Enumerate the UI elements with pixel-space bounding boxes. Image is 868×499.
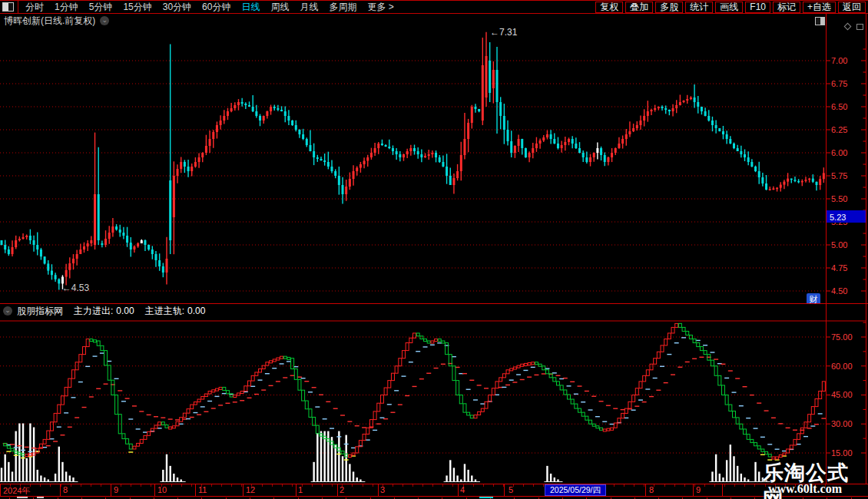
toolbar-button[interactable]: 标记	[773, 2, 800, 13]
axis-separator	[378, 484, 379, 496]
maximize-icon[interactable]	[856, 24, 863, 30]
svg-text:5.00: 5.00	[831, 240, 847, 250]
minor-tick	[141, 484, 141, 487]
period-item[interactable]: 5分钟	[89, 1, 113, 14]
toolbar-button[interactable]: 画线	[715, 2, 743, 13]
panel-split-icon[interactable]	[815, 17, 825, 25]
indicator-gridlines	[0, 337, 826, 453]
indicator-field-2: 主进主轨:0.00	[145, 305, 206, 318]
axis-separator	[243, 484, 244, 496]
minor-tick	[373, 484, 373, 487]
minor-tick	[704, 484, 705, 487]
period-item[interactable]: 60分钟	[202, 1, 230, 14]
minor-tick	[393, 484, 393, 487]
finance-badge: 财	[807, 293, 820, 304]
axis-separator	[693, 484, 694, 496]
chart-title: 博晖创新(日线.前复权)	[4, 15, 95, 28]
period-item[interactable]: 30分钟	[163, 1, 191, 14]
volume-histogram	[0, 423, 771, 481]
toolbar-button[interactable]: 统计	[685, 2, 713, 13]
minor-tick	[332, 484, 333, 487]
axis-separator	[645, 484, 646, 496]
cutoff-text-fragment	[479, 497, 493, 498]
minor-tick	[442, 484, 443, 487]
minor-tick	[231, 484, 232, 487]
date-label: 5	[509, 485, 513, 494]
date-label: 1	[298, 485, 303, 494]
axis-separator	[111, 484, 111, 496]
candlestick-chart[interactable]: 7.006.756.506.256.005.755.505.255.004.75…	[0, 14, 868, 304]
toolbar-button[interactable]: 复权	[595, 2, 623, 13]
minor-tick	[412, 484, 413, 487]
period-item[interactable]: 分时	[25, 1, 44, 14]
svg-text:75.00: 75.00	[831, 332, 853, 342]
date-axis[interactable]: 2024年8910111212345892025/05/29/四	[0, 484, 868, 497]
main-step-line	[4, 323, 826, 459]
toolbar-button[interactable]: 多股	[655, 2, 683, 13]
window-layout-button[interactable]	[0, 1, 18, 13]
minor-tick	[191, 484, 192, 487]
top-toolbar: 分时1分钟5分钟15分钟30分钟60分钟日线周线月线多周期更多 > 复权叠加多股…	[0, 0, 868, 14]
minor-tick	[292, 484, 293, 487]
period-item[interactable]: 15分钟	[123, 1, 151, 14]
period-item[interactable]: 多周期	[329, 1, 356, 14]
minor-tick	[272, 484, 273, 487]
date-label: 9	[696, 485, 701, 494]
minor-tick	[422, 484, 423, 487]
minor-tick	[734, 484, 735, 487]
toolbar-buttons: 复权叠加多股统计画线F10标记+自选返回	[595, 2, 868, 13]
minor-tick	[724, 484, 725, 487]
main-chart-header: 博晖创新(日线.前复权) ⌄	[0, 15, 109, 26]
field-value: 0.00	[116, 306, 134, 316]
date-label: 2	[340, 485, 344, 494]
minor-tick	[493, 484, 494, 487]
toolbar-button[interactable]: 叠加	[625, 2, 653, 13]
period-item[interactable]: 日线	[241, 1, 260, 14]
date-label: 8	[63, 485, 68, 494]
date-label: 11	[198, 485, 207, 494]
period-item[interactable]: 更多 >	[367, 1, 393, 14]
svg-text:7.00: 7.00	[831, 56, 847, 65]
minor-tick	[533, 484, 534, 487]
date-label: 2024年	[3, 485, 30, 497]
svg-text:←4.53: ←4.53	[62, 283, 90, 293]
toolbar-button[interactable]: F10	[745, 2, 770, 13]
minor-tick	[674, 484, 675, 487]
indicator-field-1: 主力进出:0.00	[74, 305, 134, 318]
indicator-axis-labels: 75.0060.0045.0030.0015.00	[826, 322, 866, 458]
period-item[interactable]: 月线	[300, 1, 318, 14]
field-label: 主进主轨:	[145, 306, 184, 316]
collapse-indicator-icon[interactable]: ⌄	[3, 306, 12, 316]
svg-text:6.50: 6.50	[831, 102, 847, 111]
last-price-tag: 5.23	[827, 210, 866, 223]
minor-tick	[694, 484, 695, 487]
chevron-down-icon[interactable]: ⌄	[100, 16, 109, 25]
minor-tick	[71, 484, 71, 487]
minor-tick	[91, 484, 91, 487]
indicator-chart[interactable]: 75.0060.0045.0030.0015.00	[0, 304, 868, 484]
window-split-icon	[2, 2, 14, 12]
svg-text:30.00: 30.00	[831, 419, 853, 428]
minor-tick	[513, 484, 514, 487]
period-item[interactable]: 周线	[270, 1, 289, 14]
svg-text:←7.31: ←7.31	[490, 27, 518, 38]
minor-tick	[262, 484, 263, 487]
axis-separator	[60, 484, 61, 496]
minor-tick	[363, 484, 363, 487]
period-item[interactable]: 1分钟	[55, 1, 78, 14]
svg-text:6.75: 6.75	[831, 79, 847, 88]
minor-tick	[171, 484, 172, 487]
minor-tick	[282, 484, 283, 487]
minor-tick	[654, 484, 654, 487]
price-axis-line	[826, 14, 827, 497]
svg-text:4.50: 4.50	[831, 286, 847, 296]
axis-separator	[458, 484, 459, 496]
watermark-url: www.60lt.com	[768, 482, 842, 496]
minor-tick	[473, 484, 474, 487]
period-menu: 分时1分钟5分钟15分钟30分钟60分钟日线周线月线多周期更多 >	[25, 1, 405, 14]
date-label: 4	[460, 485, 465, 494]
indicator-header: ⌄ 股朋指标网 主力进出:0.00 主进主轨:0.00	[0, 306, 205, 316]
toolbar-button[interactable]: 返回	[838, 2, 866, 13]
toolbar-button[interactable]: +自选	[803, 2, 836, 13]
minor-tick	[452, 484, 453, 487]
